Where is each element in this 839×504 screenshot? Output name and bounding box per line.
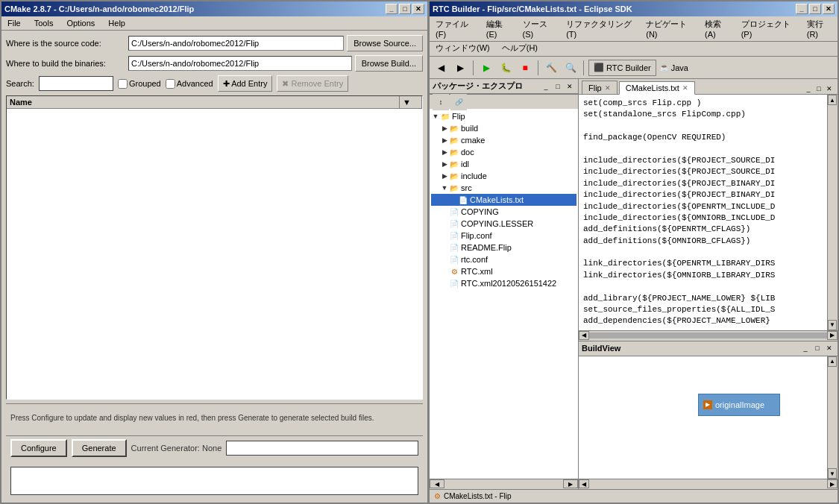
tab-flip-close[interactable]: ✕ bbox=[605, 84, 611, 92]
build-close-btn[interactable]: ✕ bbox=[824, 343, 835, 353]
cmake-menu-tools[interactable]: Tools bbox=[31, 18, 57, 28]
cmake-menu-help[interactable]: Help bbox=[105, 18, 128, 28]
search-input[interactable] bbox=[39, 76, 113, 91]
build-maximize-btn[interactable]: □ bbox=[812, 343, 823, 353]
tree-item-rtcconf[interactable]: ▶ 📄 rtc.conf bbox=[431, 253, 576, 265]
eclipse-minimize-btn[interactable]: _ bbox=[796, 4, 808, 14]
generate-btn[interactable]: Generate bbox=[72, 439, 127, 457]
add-entry-btn[interactable]: ✚ Add Entry bbox=[218, 75, 273, 92]
grouped-checkbox-label: Grouped bbox=[118, 79, 161, 89]
build-node-original-image[interactable]: ▶ originalImage bbox=[698, 394, 780, 416]
expand-src[interactable]: ▼ bbox=[440, 183, 449, 192]
tree-item-src[interactable]: ▼ 📂 src bbox=[431, 182, 576, 194]
pkg-close-btn[interactable]: ✕ bbox=[565, 81, 575, 92]
vscroll-down-btn[interactable]: ▼ bbox=[828, 320, 837, 330]
eclipse-menu-refactor[interactable]: リファクタリング(T) bbox=[563, 18, 637, 40]
tree-item-copying-lesser[interactable]: ▶ 📄 COPYING.LESSER bbox=[431, 218, 576, 230]
toolbar-back-btn[interactable]: ◀ bbox=[433, 60, 449, 76]
eclipse-menu-window[interactable]: ウィンドウ(W) bbox=[433, 42, 493, 54]
configure-btn[interactable]: Configure bbox=[10, 439, 67, 457]
tree-item-rtcxml2[interactable]: ▶ 📄 RTC.xml20120526151422 bbox=[431, 277, 576, 289]
toolbar-stop-btn[interactable]: ■ bbox=[517, 60, 533, 76]
expand-idl[interactable]: ▶ bbox=[440, 160, 449, 168]
build-hscrollbar[interactable]: ◀ ▶ bbox=[579, 479, 838, 489]
editor-vscrollbar[interactable]: ▲ ▼ bbox=[827, 95, 838, 330]
eclipse-restore-btn[interactable]: □ bbox=[809, 4, 821, 14]
grouped-checkbox[interactable] bbox=[118, 79, 128, 89]
tree-item-build[interactable]: ▶ 📂 build bbox=[431, 122, 576, 134]
tree-item-rtcxml[interactable]: ▶ ⚙ RTC.xml bbox=[431, 265, 576, 277]
tree-item-cmake[interactable]: ▶ 📂 cmake bbox=[431, 134, 576, 146]
build-vscroll-up[interactable]: ▲ bbox=[828, 356, 837, 367]
hscroll-right-btn[interactable]: ▶ bbox=[563, 479, 578, 488]
tree-label-include: include bbox=[461, 171, 487, 180]
build-node-label: originalImage bbox=[715, 400, 764, 409]
build-hscroll-left[interactable]: ◀ bbox=[579, 479, 589, 488]
pkg-link-btn[interactable]: 🔗 bbox=[450, 94, 467, 110]
editor-minimize-btn[interactable]: _ bbox=[803, 84, 814, 94]
editor-content[interactable]: set(comp_srcs Flip.cpp ) set(standalone_… bbox=[579, 95, 827, 330]
expand-cmake[interactable]: ▶ bbox=[440, 136, 449, 145]
pkg-maximize-btn[interactable]: □ bbox=[553, 81, 563, 92]
pkg-collapse-btn[interactable]: ↕ bbox=[433, 94, 449, 110]
rtc-builder-btn[interactable]: ⬛ RTC Builder bbox=[588, 60, 656, 76]
expand-flip[interactable]: ▼ bbox=[431, 112, 440, 121]
tree-item-include[interactable]: ▶ 📂 include bbox=[431, 170, 576, 182]
cmake-content: Where is the source code: Browse Source.… bbox=[1, 31, 427, 503]
expand-build[interactable]: ▶ bbox=[440, 124, 449, 133]
eclipse-menu-run[interactable]: 実行(R) bbox=[804, 18, 835, 40]
browse-source-btn[interactable]: Browse Source... bbox=[347, 35, 423, 51]
expand-doc[interactable]: ▶ bbox=[440, 148, 449, 157]
expand-include[interactable]: ▶ bbox=[440, 171, 449, 180]
tab-cmakelists-close[interactable]: ✕ bbox=[682, 84, 688, 92]
eclipse-menu-project[interactable]: プロジェクト(P) bbox=[738, 18, 798, 40]
eclipse-menu-edit[interactable]: 編集(E) bbox=[483, 18, 514, 40]
tree-item-idl[interactable]: ▶ 📂 idl bbox=[431, 158, 576, 170]
build-vscroll-down[interactable]: ▼ bbox=[828, 468, 837, 479]
eclipse-menu-source[interactable]: ソース(S) bbox=[520, 18, 558, 40]
cmake-close-btn[interactable]: ✕ bbox=[412, 4, 424, 14]
build-minimize-btn[interactable]: _ bbox=[800, 343, 811, 353]
toolbar-debug-btn[interactable]: 🐛 bbox=[497, 60, 514, 76]
tree-item-readmeflip[interactable]: ▶ 📄 README.Flip bbox=[431, 242, 576, 253]
tree-item-flipconf[interactable]: ▶ 📄 Flip.conf bbox=[431, 230, 576, 242]
cmake-minimize-btn[interactable]: _ bbox=[386, 4, 397, 14]
toolbar-fwd-btn[interactable]: ▶ bbox=[452, 60, 468, 76]
eclipse-menu-search[interactable]: 検索(A) bbox=[702, 18, 732, 40]
eclipse-menu-navigate[interactable]: ナビゲート(N) bbox=[643, 18, 696, 40]
advanced-checkbox[interactable] bbox=[166, 79, 175, 89]
editor-hscrollbar[interactable]: ◀ ▶ bbox=[579, 330, 838, 341]
tab-cmakelists[interactable]: CMakeLists.txt ✕ bbox=[619, 81, 695, 95]
eclipse-menu-help[interactable]: ヘルプ(H) bbox=[499, 42, 541, 54]
tree-item-cmakelists[interactable]: ▶ 📄 CMakeLists.txt bbox=[431, 194, 576, 206]
toolbar-search-btn[interactable]: 🔍 bbox=[562, 60, 579, 76]
tree-item-doc[interactable]: ▶ 📂 doc bbox=[431, 146, 576, 158]
build-path-input[interactable] bbox=[128, 56, 352, 71]
build-hscroll-right[interactable]: ▶ bbox=[827, 479, 838, 488]
tab-flip[interactable]: Flip ✕ bbox=[582, 81, 618, 94]
toolbar-run-btn[interactable]: ▶ bbox=[478, 60, 494, 76]
remove-entry-btn[interactable]: ✖ Remove Entry bbox=[277, 75, 348, 92]
build-vscrollbar[interactable]: ▲ ▼ bbox=[827, 356, 838, 479]
editor-hscroll-left[interactable]: ◀ bbox=[579, 331, 589, 340]
cmake-menu-file[interactable]: File bbox=[4, 18, 24, 28]
cmake-restore-btn[interactable]: □ bbox=[399, 4, 411, 14]
pkg-hscrollbar[interactable]: ◀ ▶ bbox=[430, 479, 578, 489]
vscroll-up-btn[interactable]: ▲ bbox=[828, 95, 837, 105]
pkg-minimize-btn[interactable]: _ bbox=[541, 81, 551, 92]
advanced-checkbox-label: Advanced bbox=[166, 79, 213, 89]
source-path-input[interactable] bbox=[128, 36, 344, 51]
tree-item-flip[interactable]: ▼ 📁 Flip bbox=[431, 110, 576, 122]
editor-close-btn[interactable]: ✕ bbox=[824, 84, 835, 94]
tree-item-copying[interactable]: ▶ 📄 COPYING bbox=[431, 206, 576, 218]
vscroll-track bbox=[828, 105, 838, 320]
browse-build-btn[interactable]: Browse Build... bbox=[355, 55, 423, 72]
cmake-menu-options[interactable]: Options bbox=[63, 18, 98, 28]
eclipse-menu-file[interactable]: ファイル(F) bbox=[433, 18, 477, 40]
toolbar-build-btn[interactable]: 🔨 bbox=[543, 60, 559, 76]
tree-container[interactable]: ▼ 📁 Flip ▶ 📂 build ▶ 📂 cmake ▶ 📂 bbox=[430, 109, 578, 479]
hscroll-left-btn[interactable]: ◀ bbox=[430, 479, 444, 488]
editor-hscroll-right[interactable]: ▶ bbox=[827, 331, 838, 340]
editor-maximize-btn[interactable]: □ bbox=[814, 84, 824, 94]
eclipse-close-btn[interactable]: ✕ bbox=[823, 4, 835, 14]
